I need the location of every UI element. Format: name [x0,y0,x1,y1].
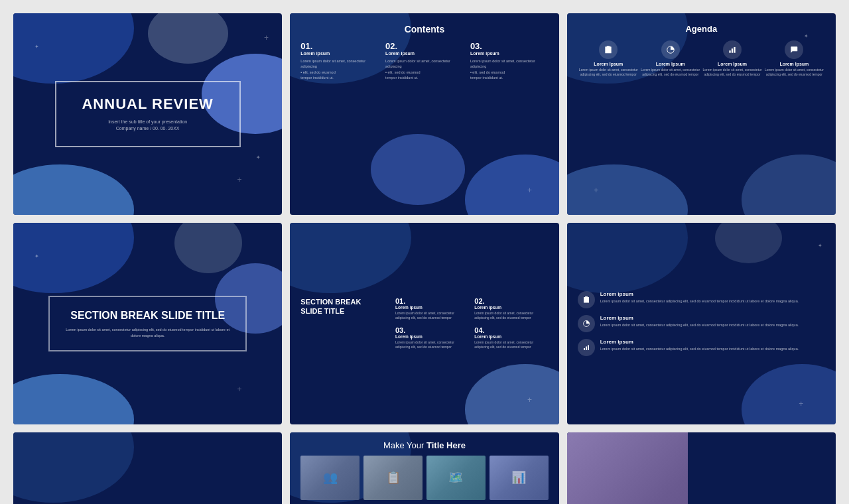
contents-columns: 01. Lorem ipsum Lorem ipsum dolor sit am… [300,41,548,80]
contents-col-3: 03. Lorem ipsum Lorem ipsum dolor sit am… [470,41,549,80]
title-box: Annual Review Insert the sub title of yo… [55,81,241,147]
gallery-img-4: 📊 [490,456,549,500]
contents-col-1: 01. Lorem ipsum Lorem ipsum dolor sit am… [300,41,379,80]
hand-photo: ✋ [567,432,688,504]
bar-chart-icon [728,45,737,54]
gallery-img-1: 👥 [300,456,359,500]
slide5-main-title: Section BreakSlide Title [300,297,387,316]
chat-icon [789,45,799,54]
slide-grid: ✦ ✦ + + Annual Review Insert the sub tit… [13,13,836,504]
icon-list-item-1: Lorem ipsum Lorem ipsum dolor sit amet, … [578,291,825,308]
gallery-img-2: 📋 [363,456,423,500]
svg-rect-4 [729,50,730,53]
agenda-heading: Agenda [578,24,825,34]
svg-rect-6 [734,47,735,53]
slide-6[interactable]: ✦ + Lorem ipsum Lorem ipsum dolor sit am… [567,223,836,424]
subject-title: Subject Title [696,502,828,505]
gallery-heading: Make Your Title Here [383,440,466,450]
agenda-item-4: Lorem Ipsum Lorem ipsum dolor sit amet, … [763,40,825,77]
clipboard-icon [578,291,595,308]
slide5-item-4: 04. Lorem ipsum Lorem ipsum dolor sit am… [474,326,548,350]
section-break-text: Lorem ipsum dolor sit amet, consectetur … [63,327,232,339]
icon-list-item-2: Lorem ipsum Lorem ipsum dolor sit amet, … [578,315,825,332]
gallery-img-3: 🗺️ [426,456,486,500]
slide5-item-2: 02. Lorem ipsum Lorem ipsum dolor sit am… [474,297,548,321]
slide-1[interactable]: ✦ ✦ + + Annual Review Insert the sub tit… [13,13,282,215]
contents-heading: Contents [300,24,548,34]
bar-chart-icon [578,339,595,356]
slide-7[interactable]: + Lorem ipsum Lorem ipsum dolor sit amet… [13,432,282,504]
subtitle: Insert the sub title of your presentatio… [72,119,224,126]
icon-list-items: Lorem ipsum Lorem ipsum dolor sit amet, … [578,291,825,356]
svg-rect-5 [732,48,733,52]
agenda-item-2: Lorem Ipsum Lorem ipsum dolor sit amet, … [639,40,701,77]
slide-8[interactable]: + Make Your Title Here 👥 📋 🗺️ 📊 [290,432,558,504]
svg-rect-9 [584,348,585,350]
agenda-item-3: Lorem Ipsum Lorem ipsum dolor sit amet, … [701,40,763,77]
agenda-items: Lorem Ipsum Lorem ipsum dolor sit amet, … [578,40,825,77]
slide5-item-3: 03. Lorem ipsum Lorem ipsum dolor sit am… [395,326,469,350]
icon-list-item-3: Lorem ipsum Lorem ipsum dolor sit amet, … [578,339,825,356]
company: Company name / 00. 00. 20XX [72,125,224,133]
slide5-item-1: 01. Lorem ipsum Lorem ipsum dolor sit am… [395,297,469,321]
slide-3[interactable]: + ✦ Agenda Lorem Ipsum Lorem ipsum dolor… [567,13,836,215]
svg-rect-10 [586,347,587,351]
slide-2[interactable]: + Contents 01. Lorem ipsum Lorem ipsum d… [290,13,558,215]
pie-chart-icon [666,45,675,54]
main-title: Annual Review [72,95,224,113]
svg-rect-11 [588,346,589,351]
slide-9[interactable]: ✋ Subject Title Lorem ipsum dolor Lorem … [567,432,836,504]
slide5-items: 01. Lorem ipsum Lorem ipsum dolor sit am… [395,297,549,350]
agenda-item-1: Lorem Ipsum Lorem ipsum dolor sit amet, … [578,40,639,77]
slide-4[interactable]: ✦ + Section Break Slide Title Lorem ipsu… [13,223,282,424]
subject-image: ✋ [567,432,688,504]
slide-5[interactable]: + Section BreakSlide Title 01. Lorem ips… [290,223,558,424]
section-break-box: Section Break Slide Title Lorem ipsum do… [48,296,247,352]
clipboard-icon [604,45,613,54]
section-break-title: Section Break Slide Title [63,309,232,322]
gallery-images: 👥 📋 🗺️ 📊 [300,456,548,500]
subject-content: Subject Title Lorem ipsum dolor Lorem ip… [688,432,836,504]
pie-chart-icon [578,315,595,332]
contents-col-2: 02. Lorem ipsum Lorem ipsum dolor sit am… [385,41,464,80]
